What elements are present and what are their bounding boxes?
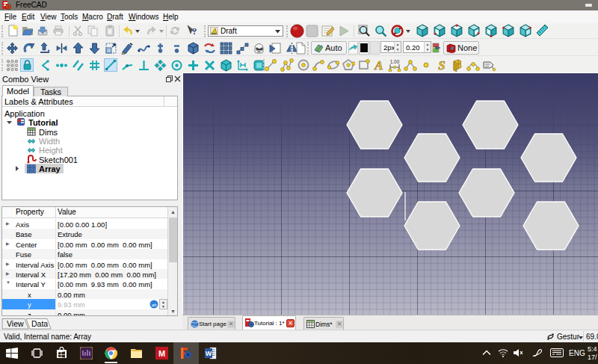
svg-text:A: A	[374, 58, 383, 72]
svg-text:View: View	[7, 319, 24, 328]
svg-text:M: M	[158, 349, 165, 358]
svg-text:ab: ab	[152, 303, 157, 307]
svg-text:Data: Data	[31, 319, 48, 328]
svg-text:S: S	[438, 58, 445, 72]
svg-text:W: W	[206, 350, 212, 357]
svg-text:?: ?	[192, 25, 197, 37]
svg-text:1.00: 1.00	[390, 59, 400, 64]
